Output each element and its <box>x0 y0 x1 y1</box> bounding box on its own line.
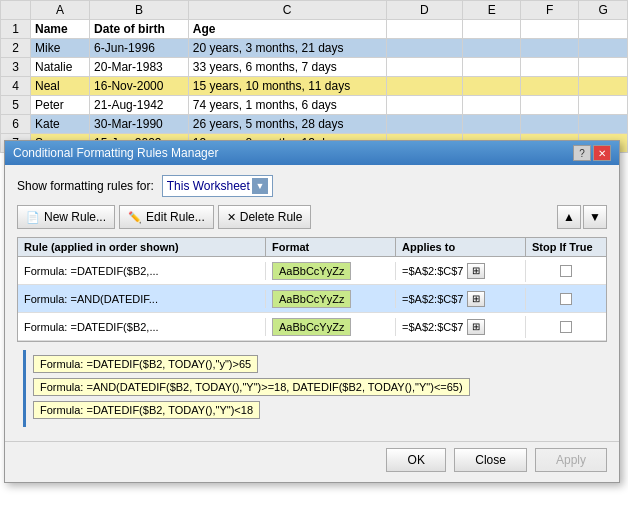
col-header-g: G <box>579 1 628 20</box>
help-button[interactable]: ? <box>573 145 591 161</box>
show-rules-label: Show formatting rules for: <box>17 179 154 193</box>
col-header-b: B <box>90 1 189 20</box>
apply-button[interactable]: Apply <box>535 448 607 472</box>
table-row: 3Natalie20-Mar-198333 years, 6 months, 7… <box>1 58 628 77</box>
cell-6-a: Kate <box>31 115 90 134</box>
col-header-empty <box>1 1 31 20</box>
col-header-a: A <box>31 1 90 20</box>
ok-button[interactable]: OK <box>386 448 446 472</box>
rule-row[interactable]: Formula: =DATEDIF($B2,... AaBbCcYyZz =$A… <box>18 257 606 285</box>
cell-reference-icon[interactable]: ⊞ <box>467 319 485 335</box>
cell-5-b: 21-Aug-1942 <box>90 96 189 115</box>
col-stop-header: Stop If True <box>526 238 606 256</box>
delete-rule-icon: ✕ <box>227 211 236 224</box>
rule-formula: Formula: =AND(DATEDIF... <box>18 290 266 308</box>
rules-table-container: Rule (applied in order shown) Format App… <box>17 237 607 342</box>
cell-1-c: Age <box>188 20 386 39</box>
cell-3-b: 20-Mar-1983 <box>90 58 189 77</box>
table-row: 1NameDate of birthAge <box>1 20 628 39</box>
cell-3-c: 33 years, 6 months, 7 days <box>188 58 386 77</box>
show-rules-row: Show formatting rules for: This Workshee… <box>17 175 607 197</box>
show-rules-dropdown[interactable]: This Worksheet ▼ <box>162 175 273 197</box>
cell-reference-icon[interactable]: ⊞ <box>467 263 485 279</box>
row-number: 3 <box>1 58 31 77</box>
cell-4-b: 16-Nov-2000 <box>90 77 189 96</box>
cell-3-a: Natalie <box>31 58 90 77</box>
col-header-f: F <box>521 1 579 20</box>
move-down-button[interactable]: ▼ <box>583 205 607 229</box>
row-number: 2 <box>1 39 31 58</box>
dialog-titlebar: Conditional Formatting Rules Manager ? ✕ <box>5 141 619 165</box>
dialog-body: Show formatting rules for: This Workshee… <box>5 165 619 437</box>
formula-popup: Formula: =DATEDIF($B2, TODAY(),"y")>65 <box>33 355 258 373</box>
dropdown-value: This Worksheet <box>167 179 250 193</box>
formula-tooltip-item: Formula: =AND(DATEDIF($B2, TODAY(),"Y")>… <box>33 377 601 397</box>
rule-row[interactable]: Formula: =AND(DATEDIF... AaBbCcYyZz =$A$… <box>18 285 606 313</box>
edit-rule-icon: ✏️ <box>128 211 142 224</box>
formula-tooltips: Formula: =DATEDIF($B2, TODAY(),"y")>65Fo… <box>33 354 601 420</box>
format-preview: AaBbCcYyZz <box>272 262 351 280</box>
edit-rule-button[interactable]: ✏️ Edit Rule... <box>119 205 214 229</box>
cell-reference-icon[interactable]: ⊞ <box>467 291 485 307</box>
rule-format: AaBbCcYyZz <box>266 290 396 308</box>
rule-formula: Formula: =DATEDIF($B2,... <box>18 318 266 336</box>
formula-tooltip-item: Formula: =DATEDIF($B2, TODAY(),"Y")<18 <box>33 400 601 420</box>
table-row: 2Mike6-Jun-199620 years, 3 months, 21 da… <box>1 39 628 58</box>
col-rule-header: Rule (applied in order shown) <box>18 238 266 256</box>
col-format-header: Format <box>266 238 396 256</box>
rule-stop-if-true <box>526 262 606 280</box>
stop-if-true-checkbox[interactable] <box>560 321 572 333</box>
formula-tooltip-item: Formula: =DATEDIF($B2, TODAY(),"y")>65 <box>33 354 601 374</box>
new-rule-button[interactable]: 📄 New Rule... <box>17 205 115 229</box>
cell-2-c: 20 years, 3 months, 21 days <box>188 39 386 58</box>
dialog-close-button[interactable]: ✕ <box>593 145 611 161</box>
cell-5-c: 74 years, 1 months, 6 days <box>188 96 386 115</box>
dialog-footer: OK Close Apply <box>5 441 619 482</box>
new-rule-icon: 📄 <box>26 211 40 224</box>
rule-row[interactable]: Formula: =DATEDIF($B2,... AaBbCcYyZz =$A… <box>18 313 606 341</box>
toolbar: 📄 New Rule... ✏️ Edit Rule... ✕ Delete R… <box>17 205 607 229</box>
close-button[interactable]: Close <box>454 448 527 472</box>
cell-4-c: 15 years, 10 months, 11 days <box>188 77 386 96</box>
move-up-button[interactable]: ▲ <box>557 205 581 229</box>
rule-stop-if-true <box>526 318 606 336</box>
col-header-d: D <box>386 1 463 20</box>
format-preview: AaBbCcYyZz <box>272 318 351 336</box>
titlebar-buttons: ? ✕ <box>573 145 611 161</box>
table-row: 4Neal16-Nov-200015 years, 10 months, 11 … <box>1 77 628 96</box>
table-row: 6Kate30-Mar-199026 years, 5 months, 28 d… <box>1 115 628 134</box>
new-rule-label: New Rule... <box>44 210 106 224</box>
spreadsheet: A B C D E F G 1NameDate of birthAge2Mike… <box>0 0 628 153</box>
stop-if-true-checkbox[interactable] <box>560 293 572 305</box>
rule-stop-if-true <box>526 290 606 308</box>
rule-applies-to: =$A$2:$C$7 ⊞ <box>396 316 526 338</box>
rules-rows: Formula: =DATEDIF($B2,... AaBbCcYyZz =$A… <box>18 257 606 341</box>
cell-2-b: 6-Jun-1996 <box>90 39 189 58</box>
dialog-title: Conditional Formatting Rules Manager <box>13 146 218 160</box>
row-number: 5 <box>1 96 31 115</box>
rules-table-header: Rule (applied in order shown) Format App… <box>18 238 606 257</box>
cell-6-c: 26 years, 5 months, 28 days <box>188 115 386 134</box>
formula-popup: Formula: =DATEDIF($B2, TODAY(),"Y")<18 <box>33 401 260 419</box>
row-number: 1 <box>1 20 31 39</box>
row-number: 4 <box>1 77 31 96</box>
cell-6-b: 30-Mar-1990 <box>90 115 189 134</box>
rule-format: AaBbCcYyZz <box>266 318 396 336</box>
col-header-c: C <box>188 1 386 20</box>
cell-1-b: Date of birth <box>90 20 189 39</box>
rule-applies-to: =$A$2:$C$7 ⊞ <box>396 260 526 282</box>
cell-5-a: Peter <box>31 96 90 115</box>
col-header-e: E <box>463 1 521 20</box>
delete-rule-button[interactable]: ✕ Delete Rule <box>218 205 312 229</box>
table-row: 5Peter21-Aug-194274 years, 1 months, 6 d… <box>1 96 628 115</box>
dropdown-arrow-icon: ▼ <box>252 178 268 194</box>
format-preview: AaBbCcYyZz <box>272 290 351 308</box>
rule-formula: Formula: =DATEDIF($B2,... <box>18 262 266 280</box>
col-applies-header: Applies to <box>396 238 526 256</box>
delete-rule-label: Delete Rule <box>240 210 303 224</box>
rule-format: AaBbCcYyZz <box>266 262 396 280</box>
stop-if-true-checkbox[interactable] <box>560 265 572 277</box>
cell-4-a: Neal <box>31 77 90 96</box>
formula-popup: Formula: =AND(DATEDIF($B2, TODAY(),"Y")>… <box>33 378 470 396</box>
cell-1-a: Name <box>31 20 90 39</box>
